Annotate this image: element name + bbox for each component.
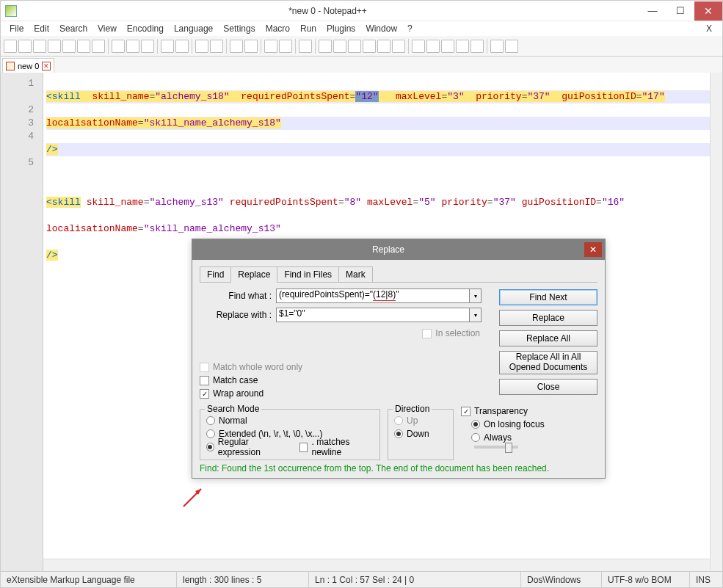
dialog-status: Find: Found the 1st occurrence from the … <box>200 460 597 475</box>
document-tabstrip: new 0 ✕ <box>1 57 722 73</box>
in-selection-checkbox: In selection <box>422 327 480 340</box>
separator <box>295 39 296 54</box>
copy-icon[interactable] <box>126 40 139 53</box>
menu-help[interactable]: ? <box>403 22 417 35</box>
transparency-checkbox[interactable]: ✓Transparency <box>461 404 571 418</box>
close-dialog-button[interactable]: Close <box>499 379 597 395</box>
replace-with-input[interactable]: $1="0" <box>276 308 470 322</box>
save-macro-icon[interactable] <box>471 40 484 53</box>
menu-run[interactable]: Run <box>296 22 321 35</box>
doc-map-icon[interactable] <box>363 40 376 53</box>
separator <box>261 39 261 54</box>
minimize-button[interactable]: — <box>639 1 666 21</box>
replace-button[interactable]: Replace <box>499 310 597 326</box>
record-icon[interactable] <box>412 40 425 53</box>
menu-settings[interactable]: Settings <box>219 22 259 35</box>
close-file-icon[interactable] <box>62 40 76 53</box>
separator <box>192 39 192 54</box>
show-all-chars-icon[interactable] <box>319 40 332 53</box>
dialog-titlebar[interactable]: Replace ✕ <box>192 239 605 260</box>
sync-v-icon[interactable] <box>264 40 277 53</box>
status-position: Ln : 1 Col : 57 Sel : 24 | 0 <box>309 572 521 587</box>
misc-icon[interactable] <box>505 40 518 53</box>
func-list-icon[interactable] <box>377 40 390 53</box>
cut-icon[interactable] <box>112 40 125 53</box>
menu-language[interactable]: Language <box>170 22 217 35</box>
new-file-icon[interactable] <box>4 40 17 53</box>
code-line[interactable]: localisationName="skill_name_alchemy_s13… <box>46 222 719 236</box>
indent-guide-icon[interactable] <box>333 40 346 53</box>
wordwrap-icon[interactable] <box>299 40 312 53</box>
separator <box>226 39 227 54</box>
play-multi-icon[interactable] <box>456 40 469 53</box>
spellcheck-icon[interactable] <box>490 40 504 53</box>
status-encoding: UTF-8 w/o BOM <box>602 572 690 587</box>
normal-radio[interactable]: Normal <box>206 414 374 427</box>
window-title: *new 0 - Notepad++ <box>17 6 639 16</box>
code-line[interactable]: localisationName="skill_name_alchemy_s18… <box>46 117 719 130</box>
code-line[interactable]: /> <box>46 143 719 156</box>
menu-encoding[interactable]: Encoding <box>123 22 168 35</box>
tab-mark[interactable]: Mark <box>338 266 373 283</box>
tab-replace[interactable]: Replace <box>230 266 277 283</box>
replace-all-button[interactable]: Replace All <box>499 330 597 346</box>
replace-icon[interactable] <box>210 40 223 53</box>
menubar-x[interactable]: X <box>700 22 718 35</box>
folder-workspace-icon[interactable] <box>392 40 405 53</box>
zoom-in-icon[interactable] <box>230 40 243 53</box>
replace-all-docs-button[interactable]: Replace All in All Opened Documents <box>499 351 597 374</box>
tab-find[interactable]: Find <box>200 266 231 283</box>
user-lang-icon[interactable] <box>348 40 361 53</box>
line-number: 2 <box>1 104 43 117</box>
paste-icon[interactable] <box>141 40 154 53</box>
status-eol: Dos\Windows <box>521 572 602 587</box>
close-all-icon[interactable] <box>77 40 90 53</box>
code-line[interactable]: <skill skill_name="alchemy_s13" required… <box>46 196 719 209</box>
status-length: length : 300 lines : 5 <box>177 572 309 587</box>
find-next-button[interactable]: Find Next <box>499 289 597 305</box>
down-radio[interactable]: Down <box>394 427 447 440</box>
menu-view[interactable]: View <box>93 22 121 35</box>
code-line[interactable]: <skill skill_name="alchemy_s18" required… <box>46 90 719 104</box>
open-file-icon[interactable] <box>18 40 32 53</box>
replace-dropdown-icon[interactable]: ▾ <box>470 308 482 322</box>
stop-icon[interactable] <box>426 40 440 53</box>
close-button[interactable]: ✕ <box>694 1 722 21</box>
menu-search[interactable]: Search <box>55 22 92 35</box>
on-losing-focus-radio[interactable]: On losing focus <box>471 418 571 431</box>
vertical-scrollbar[interactable] <box>710 73 722 571</box>
line-number: 4 <box>1 130 43 143</box>
document-tab[interactable]: new 0 ✕ <box>2 58 54 73</box>
menu-window[interactable]: Window <box>361 22 402 35</box>
code-line[interactable] <box>46 170 719 183</box>
sync-h-icon[interactable] <box>279 40 292 53</box>
document-tab-label: new 0 <box>18 62 39 70</box>
play-icon[interactable] <box>441 40 454 53</box>
save-icon[interactable] <box>33 40 46 53</box>
find-what-input[interactable]: (requiredPointsSpent)="(12|8)" <box>276 288 470 303</box>
line-number: 3 <box>1 117 43 130</box>
menu-file[interactable]: File <box>5 22 28 35</box>
menu-plugins[interactable]: Plugins <box>322 22 360 35</box>
replace-with-label: Replace with : <box>200 310 276 320</box>
find-dropdown-icon[interactable]: ▾ <box>470 288 482 303</box>
always-radio[interactable]: Always <box>471 431 571 444</box>
maximize-button[interactable]: ☐ <box>666 1 694 21</box>
regex-radio[interactable]: Regular expression . matches newline <box>206 440 374 454</box>
redo-icon[interactable] <box>175 40 189 53</box>
menu-macro[interactable]: Macro <box>261 22 294 35</box>
find-icon[interactable] <box>195 40 208 53</box>
search-mode-label: Search Mode <box>205 404 261 414</box>
dialog-close-button[interactable]: ✕ <box>584 242 602 257</box>
transparency-slider[interactable] <box>474 446 518 449</box>
editor-area[interactable]: 1 2 3 4 5 <skill skill_name="alchemy_s18… <box>1 73 722 571</box>
tab-find-in-files[interactable]: Find in Files <box>277 266 339 283</box>
menu-edit[interactable]: Edit <box>29 22 54 35</box>
tab-close-icon[interactable]: ✕ <box>42 62 51 70</box>
undo-icon[interactable] <box>161 40 174 53</box>
horizontal-scrollbar[interactable] <box>43 559 710 571</box>
save-all-icon[interactable] <box>48 40 61 53</box>
zoom-out-icon[interactable] <box>244 40 258 53</box>
status-mode: INS <box>690 572 722 587</box>
print-icon[interactable] <box>92 40 105 53</box>
